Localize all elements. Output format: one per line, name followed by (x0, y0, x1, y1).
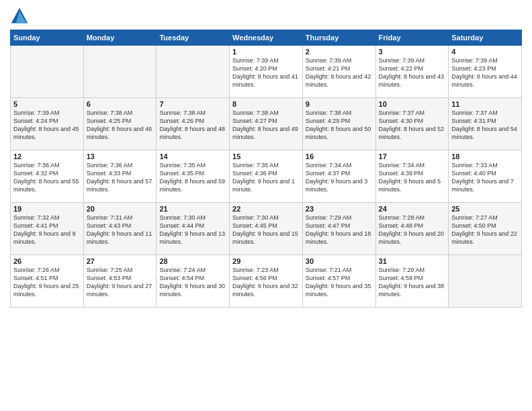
calendar-cell: 8Sunrise: 7:38 AM Sunset: 4:27 PM Daylig… (230, 98, 303, 150)
day-info: Sunrise: 7:21 AM Sunset: 4:57 PM Dayligh… (306, 266, 373, 299)
calendar-cell (11, 46, 84, 98)
calendar-cell: 12Sunrise: 7:36 AM Sunset: 4:32 PM Dayli… (11, 150, 84, 203)
day-number: 25 (451, 205, 519, 213)
day-number: 28 (159, 257, 226, 265)
day-number: 18 (451, 152, 519, 161)
day-number: 27 (87, 257, 154, 265)
calendar-cell: 18Sunrise: 7:33 AM Sunset: 4:40 PM Dayli… (449, 150, 522, 203)
day-info: Sunrise: 7:23 AM Sunset: 4:56 PM Dayligh… (232, 266, 300, 299)
calendar-cell: 27Sunrise: 7:25 AM Sunset: 4:53 PM Dayli… (83, 255, 157, 308)
weekday-header: Tuesday (157, 30, 230, 46)
day-info: Sunrise: 7:26 AM Sunset: 4:51 PM Dayligh… (13, 266, 81, 299)
calendar-cell: 26Sunrise: 7:26 AM Sunset: 4:51 PM Dayli… (11, 255, 84, 308)
day-info: Sunrise: 7:33 AM Sunset: 4:40 PM Dayligh… (451, 161, 519, 194)
calendar-cell: 5Sunrise: 7:39 AM Sunset: 4:24 PM Daylig… (11, 98, 84, 150)
day-number: 20 (87, 205, 154, 213)
day-info: Sunrise: 7:39 AM Sunset: 4:23 PM Dayligh… (451, 56, 519, 89)
day-number: 7 (159, 100, 226, 108)
day-info: Sunrise: 7:20 AM Sunset: 4:59 PM Dayligh… (379, 266, 446, 299)
calendar-week-row: 5Sunrise: 7:39 AM Sunset: 4:24 PM Daylig… (11, 98, 522, 150)
day-number: 1 (232, 48, 300, 56)
calendar-cell: 6Sunrise: 7:38 AM Sunset: 4:25 PM Daylig… (83, 98, 157, 150)
calendar-cell: 25Sunrise: 7:27 AM Sunset: 4:50 PM Dayli… (449, 203, 522, 255)
calendar-cell: 13Sunrise: 7:36 AM Sunset: 4:33 PM Dayli… (83, 150, 157, 203)
weekday-header: Saturday (449, 30, 522, 46)
calendar-cell: 4Sunrise: 7:39 AM Sunset: 4:23 PM Daylig… (449, 46, 522, 98)
day-info: Sunrise: 7:32 AM Sunset: 4:41 PM Dayligh… (13, 214, 81, 246)
day-number: 31 (379, 257, 446, 265)
day-info: Sunrise: 7:28 AM Sunset: 4:48 PM Dayligh… (379, 214, 446, 246)
calendar-container: SundayMondayTuesdayWednesdayThursdayFrid… (0, 0, 532, 311)
day-number: 4 (451, 48, 519, 56)
day-info: Sunrise: 7:36 AM Sunset: 4:32 PM Dayligh… (13, 161, 81, 194)
calendar-cell (83, 46, 157, 98)
day-number: 15 (232, 152, 300, 161)
calendar-cell: 17Sunrise: 7:34 AM Sunset: 4:39 PM Dayli… (375, 150, 449, 203)
calendar-cell: 9Sunrise: 7:38 AM Sunset: 4:29 PM Daylig… (302, 98, 375, 150)
day-number: 30 (306, 257, 373, 265)
day-info: Sunrise: 7:39 AM Sunset: 4:21 PM Dayligh… (306, 56, 373, 89)
day-number: 19 (13, 205, 81, 213)
calendar-cell: 7Sunrise: 7:38 AM Sunset: 4:26 PM Daylig… (157, 98, 230, 150)
calendar-week-row: 26Sunrise: 7:26 AM Sunset: 4:51 PM Dayli… (11, 255, 522, 308)
calendar-cell: 16Sunrise: 7:34 AM Sunset: 4:37 PM Dayli… (302, 150, 375, 203)
day-info: Sunrise: 7:30 AM Sunset: 4:44 PM Dayligh… (159, 214, 226, 246)
day-number: 29 (232, 257, 300, 265)
calendar-cell: 2Sunrise: 7:39 AM Sunset: 4:21 PM Daylig… (302, 46, 375, 98)
calendar-table: SundayMondayTuesdayWednesdayThursdayFrid… (10, 30, 522, 308)
day-info: Sunrise: 7:34 AM Sunset: 4:39 PM Dayligh… (379, 161, 446, 194)
weekday-header: Sunday (11, 30, 84, 46)
calendar-week-row: 19Sunrise: 7:32 AM Sunset: 4:41 PM Dayli… (11, 203, 522, 255)
calendar-cell: 14Sunrise: 7:35 AM Sunset: 4:35 PM Dayli… (157, 150, 230, 203)
day-info: Sunrise: 7:38 AM Sunset: 4:26 PM Dayligh… (159, 109, 226, 142)
day-info: Sunrise: 7:35 AM Sunset: 4:36 PM Dayligh… (232, 161, 300, 194)
logo (10, 7, 32, 26)
weekday-header: Monday (83, 30, 157, 46)
calendar-cell: 22Sunrise: 7:30 AM Sunset: 4:45 PM Dayli… (230, 203, 303, 255)
day-number: 5 (13, 100, 81, 108)
day-info: Sunrise: 7:30 AM Sunset: 4:45 PM Dayligh… (232, 214, 300, 246)
calendar-cell (449, 255, 522, 308)
calendar-cell: 3Sunrise: 7:39 AM Sunset: 4:22 PM Daylig… (375, 46, 449, 98)
calendar-cell: 1Sunrise: 7:39 AM Sunset: 4:20 PM Daylig… (230, 46, 303, 98)
day-info: Sunrise: 7:37 AM Sunset: 4:30 PM Dayligh… (379, 109, 446, 142)
day-number: 8 (232, 100, 300, 108)
day-number: 14 (159, 152, 226, 161)
day-info: Sunrise: 7:38 AM Sunset: 4:29 PM Dayligh… (306, 109, 373, 142)
day-info: Sunrise: 7:39 AM Sunset: 4:20 PM Dayligh… (232, 56, 300, 89)
calendar-cell: 10Sunrise: 7:37 AM Sunset: 4:30 PM Dayli… (375, 98, 449, 150)
calendar-cell: 30Sunrise: 7:21 AM Sunset: 4:57 PM Dayli… (302, 255, 375, 308)
day-number: 13 (87, 152, 154, 161)
day-number: 23 (306, 205, 373, 213)
logo-icon (10, 7, 29, 26)
calendar-cell: 19Sunrise: 7:32 AM Sunset: 4:41 PM Dayli… (11, 203, 84, 255)
calendar-cell: 31Sunrise: 7:20 AM Sunset: 4:59 PM Dayli… (375, 255, 449, 308)
calendar-week-row: 12Sunrise: 7:36 AM Sunset: 4:32 PM Dayli… (11, 150, 522, 203)
day-info: Sunrise: 7:39 AM Sunset: 4:24 PM Dayligh… (13, 109, 81, 142)
calendar-header-row: SundayMondayTuesdayWednesdayThursdayFrid… (11, 30, 522, 46)
day-number: 2 (306, 48, 373, 56)
calendar-cell: 15Sunrise: 7:35 AM Sunset: 4:36 PM Dayli… (230, 150, 303, 203)
day-info: Sunrise: 7:29 AM Sunset: 4:47 PM Dayligh… (306, 214, 373, 246)
day-info: Sunrise: 7:24 AM Sunset: 4:54 PM Dayligh… (159, 266, 226, 299)
day-info: Sunrise: 7:39 AM Sunset: 4:22 PM Dayligh… (379, 56, 446, 89)
day-number: 22 (232, 205, 300, 213)
header (10, 7, 522, 26)
calendar-cell: 20Sunrise: 7:31 AM Sunset: 4:43 PM Dayli… (83, 203, 157, 255)
day-number: 6 (87, 100, 154, 108)
calendar-cell: 21Sunrise: 7:30 AM Sunset: 4:44 PM Dayli… (157, 203, 230, 255)
calendar-cell: 11Sunrise: 7:37 AM Sunset: 4:31 PM Dayli… (449, 98, 522, 150)
day-info: Sunrise: 7:27 AM Sunset: 4:50 PM Dayligh… (451, 214, 519, 246)
weekday-header: Friday (375, 30, 449, 46)
day-number: 24 (379, 205, 446, 213)
day-number: 3 (379, 48, 446, 56)
weekday-header: Thursday (302, 30, 375, 46)
calendar-week-row: 1Sunrise: 7:39 AM Sunset: 4:20 PM Daylig… (11, 46, 522, 98)
day-info: Sunrise: 7:38 AM Sunset: 4:25 PM Dayligh… (87, 109, 154, 142)
day-info: Sunrise: 7:35 AM Sunset: 4:35 PM Dayligh… (159, 161, 226, 194)
weekday-header: Wednesday (230, 30, 303, 46)
day-number: 12 (13, 152, 81, 161)
day-info: Sunrise: 7:25 AM Sunset: 4:53 PM Dayligh… (87, 266, 154, 299)
day-number: 16 (306, 152, 373, 161)
day-number: 11 (451, 100, 519, 108)
